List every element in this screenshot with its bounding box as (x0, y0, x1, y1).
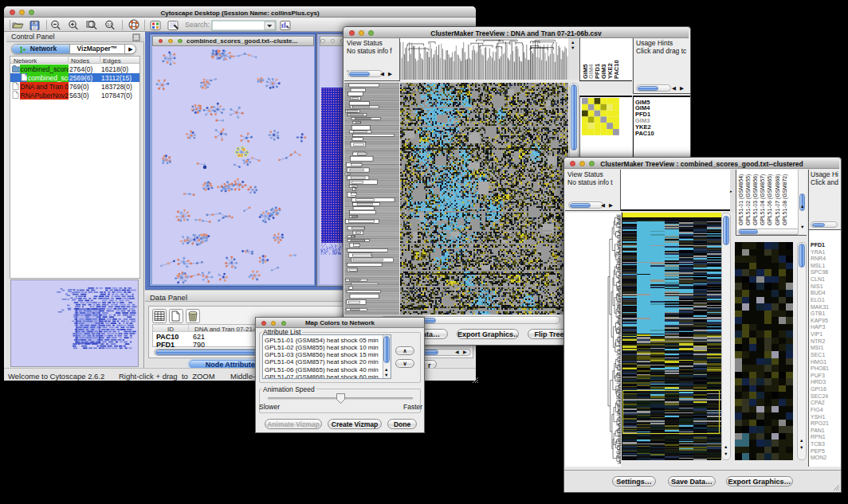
svg-text:PAC10: PAC10 (613, 60, 620, 79)
svg-text:GPL51-03 (GSM856): GPL51-03 (GSM856) (752, 174, 759, 225)
svg-text:GPL51-04 (GSM857): GPL51-04 (GSM857) (760, 174, 766, 225)
svg-text:Search:: Search: (185, 21, 210, 29)
svg-text:GPL51-07 (GSM868): GPL51-07 (GSM868) (775, 174, 781, 225)
svg-text:1:1: 1:1 (107, 23, 112, 27)
svg-text:GPL51-01 (GSM854): GPL51-01 (GSM854) (738, 174, 744, 225)
svg-text:GPL51-02 (GSM855): GPL51-02 (GSM855) (745, 174, 752, 225)
svg-text:GPL51-06 (GSM865): GPL51-06 (GSM865) (767, 174, 773, 225)
svg-text:GPL51-08 (GSM872): GPL51-08 (GSM872) (782, 174, 788, 225)
